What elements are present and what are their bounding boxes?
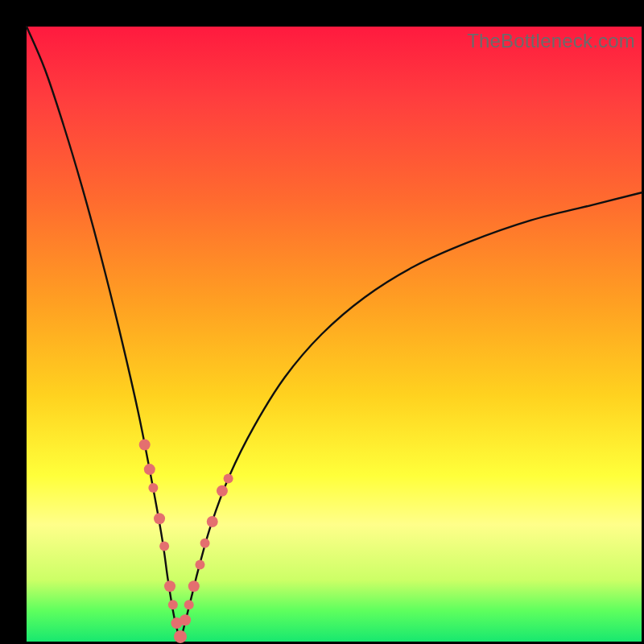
chart-frame: TheBottleneck.com [0, 0, 644, 644]
curve-marker [139, 440, 151, 451]
curve-marker [168, 600, 178, 609]
curve-marker [207, 516, 218, 527]
bottleneck-curve [27, 27, 642, 642]
curve-marker [184, 600, 194, 609]
curve-marker [148, 483, 158, 493]
plot-area: TheBottleneck.com [27, 27, 642, 642]
curve-marker [224, 474, 233, 484]
curve-marker [217, 485, 228, 497]
curve-marker [164, 580, 175, 592]
curve-marker [159, 542, 169, 551]
curve-svg [27, 27, 642, 642]
curve-markers [139, 440, 233, 643]
curve-marker [195, 560, 204, 570]
curve-marker [188, 580, 200, 592]
curve-marker [154, 513, 165, 524]
curve-marker [144, 464, 155, 475]
curve-marker [174, 630, 187, 643]
curve-marker [180, 614, 191, 625]
curve-marker [200, 539, 210, 548]
